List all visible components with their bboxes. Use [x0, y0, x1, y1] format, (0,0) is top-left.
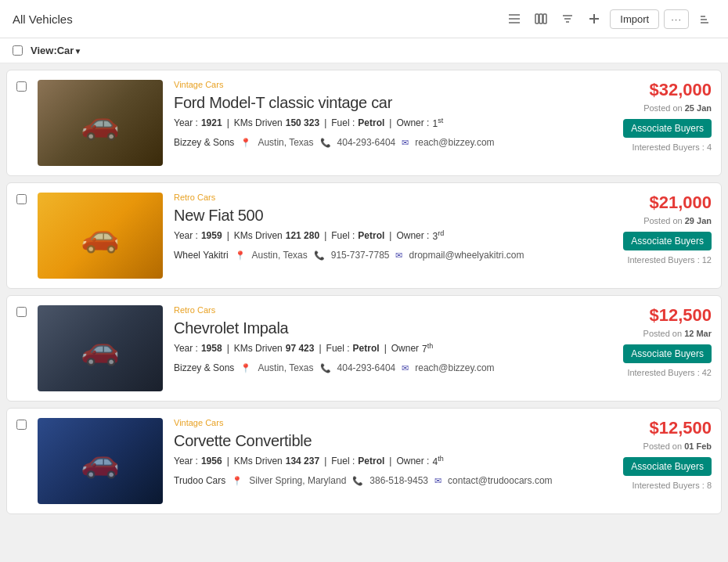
svg-rect-3 — [535, 14, 539, 23]
car-icon: 🚗 — [81, 105, 120, 142]
dealer-phone: 386-518-9453 — [369, 475, 428, 486]
select-card-checkbox[interactable] — [16, 81, 27, 92]
pin-icon: 📍 — [235, 250, 246, 261]
phone-icon: 📞 — [320, 363, 331, 373]
associate-buyers-button[interactable]: Associate Buyers — [623, 457, 712, 476]
card-checkbox — [16, 193, 27, 279]
vehicle-meta: Year : 1958 | KMs Driven 97 423 | Fuel :… — [174, 342, 591, 355]
more-options-button[interactable]: ··· — [664, 9, 689, 29]
owner-value: 4th — [432, 455, 443, 467]
km-value: 150 323 — [286, 117, 319, 128]
vehicle-card-fiat: 🚗 Retro Cars New Fiat 500 Year : 1959 | … — [6, 182, 722, 289]
card-body: Retro Cars Chevrolet Impala Year : 1958 … — [174, 305, 591, 391]
posted-date-value: 29 Jan — [685, 216, 712, 225]
vehicle-tag: Vintage Cars — [174, 418, 591, 427]
dealer-location: Silver Spring, Maryland — [249, 475, 346, 486]
vehicle-image: 🚗 — [38, 80, 163, 166]
dealer-email: contact@trudoocars.com — [448, 475, 553, 486]
dealer-info: Wheel Yakitri 📍 Austin, Texas 📞 915-737-… — [174, 250, 591, 261]
vehicle-price: $32,000 — [649, 80, 712, 100]
interested-buyers: Interested Buyers : 8 — [632, 481, 712, 490]
sort-icon[interactable] — [694, 8, 715, 30]
app-container: All Vehicles Impo — [0, 0, 728, 562]
year-value: 1958 — [201, 343, 222, 354]
dealer-name: Wheel Yakitri — [174, 250, 229, 261]
fuel-label: Fuel : — [331, 230, 355, 241]
card-body: Vintage Cars Ford Model-T classic vintag… — [174, 80, 591, 166]
interested-buyers: Interested Buyers : 42 — [627, 368, 712, 377]
select-card-checkbox[interactable] — [16, 307, 27, 317]
vehicle-title: Chevrolet Impala — [174, 319, 591, 337]
fuel-label: Fuel : — [331, 456, 355, 467]
associate-buyers-button[interactable]: Associate Buyers — [623, 119, 712, 138]
car-icon: 🚗 — [81, 218, 120, 254]
dealer-name: Bizzey & Sons — [174, 137, 234, 148]
header-actions: Import ··· — [503, 8, 715, 30]
km-label: KMs Driven — [234, 230, 283, 241]
owner-sup: th — [427, 342, 434, 350]
phone-icon: 📞 — [352, 476, 363, 486]
column-view-icon[interactable] — [530, 8, 552, 30]
fuel-label: Fuel : — [331, 117, 355, 128]
posted-date: Posted on 01 Feb — [643, 441, 712, 451]
owner-sup: th — [438, 455, 444, 463]
car-visual: 🚗 — [38, 418, 163, 504]
price-panel: $32,000 Posted on 25 Jan Associate Buyer… — [602, 80, 712, 166]
filter-icon[interactable] — [557, 8, 578, 30]
add-icon[interactable] — [583, 8, 605, 30]
vehicle-meta: Year : 1956 | KMs Driven 134 237 | Fuel … — [174, 455, 591, 467]
posted-date-value: 01 Feb — [684, 441, 712, 451]
posted-date: Posted on 25 Jan — [643, 103, 712, 113]
email-icon: ✉ — [402, 138, 409, 148]
header: All Vehicles Impo — [0, 0, 728, 38]
email-icon: ✉ — [402, 363, 409, 373]
owner-sup: st — [438, 117, 443, 124]
car-visual: 🚗 — [38, 193, 163, 279]
card-checkbox — [16, 80, 27, 166]
year-label: Year : — [174, 230, 198, 241]
fuel-value: Petrol — [358, 456, 384, 467]
pin-icon: 📍 — [232, 476, 243, 486]
fuel-value: Petrol — [358, 117, 384, 128]
dealer-email: reach@bizzey.com — [415, 362, 494, 373]
year-label: Year : — [174, 343, 198, 354]
email-icon: ✉ — [395, 250, 402, 261]
vehicle-title: Corvette Convertible — [174, 432, 591, 450]
pin-icon: 📍 — [240, 138, 251, 148]
fuel-label: Fuel : — [326, 343, 350, 354]
import-button[interactable]: Import — [610, 9, 659, 29]
svg-rect-5 — [543, 14, 546, 23]
year-value: 1959 — [201, 230, 222, 241]
km-value: 97 423 — [286, 343, 315, 354]
owner-value: 1st — [432, 117, 443, 129]
car-visual: 🚗 — [38, 80, 163, 166]
list-view-icon[interactable] — [503, 8, 525, 30]
vehicle-price: $12,500 — [649, 305, 712, 326]
km-label: KMs Driven — [234, 117, 283, 128]
vehicle-price: $21,000 — [649, 193, 712, 213]
vehicle-image: 🚗 — [38, 418, 163, 504]
year-label: Year : — [174, 117, 198, 128]
select-all-checkbox[interactable] — [13, 45, 23, 56]
view-bar: View:Car▼ — [0, 38, 728, 63]
vehicle-card-impala: 🚗 Retro Cars Chevrolet Impala Year : 195… — [6, 295, 722, 402]
vehicle-meta: Year : 1959 | KMs Driven 121 280 | Fuel … — [174, 229, 591, 242]
owner-value: 7th — [422, 342, 433, 355]
associate-buyers-button[interactable]: Associate Buyers — [623, 344, 712, 363]
card-body: Vintage Cars Corvette Convertible Year :… — [174, 418, 591, 504]
vehicle-card-ford: 🚗 Vintage Cars Ford Model-T classic vint… — [6, 70, 722, 176]
page-title: All Vehicles — [13, 13, 73, 26]
select-card-checkbox[interactable] — [16, 420, 27, 430]
owner-sup: rd — [438, 229, 444, 237]
interested-buyers: Interested Buyers : 12 — [627, 255, 712, 265]
select-card-checkbox[interactable] — [16, 194, 27, 204]
cards-container: 🚗 Vintage Cars Ford Model-T classic vint… — [0, 63, 728, 521]
dealer-name: Trudoo Cars — [174, 475, 225, 486]
dealer-info: Bizzey & Sons 📍 Austin, Texas 📞 404-293-… — [174, 362, 591, 373]
vehicle-card-corvette: 🚗 Vintage Cars Corvette Convertible Year… — [6, 408, 722, 514]
vehicle-price: $12,500 — [649, 418, 712, 438]
view-label: View:Car▼ — [31, 45, 81, 56]
associate-buyers-button[interactable]: Associate Buyers — [623, 232, 712, 250]
card-body: Retro Cars New Fiat 500 Year : 1959 | KM… — [174, 193, 591, 279]
car-icon: 🚗 — [81, 443, 120, 480]
